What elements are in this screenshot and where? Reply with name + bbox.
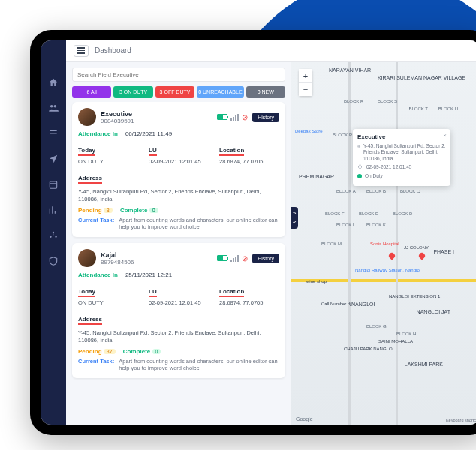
filter-unreachable[interactable]: 0 UNREACHABLE — [197, 86, 243, 98]
main-content: Dashboard 6 All 3 ON DUTY 3 OFF DUTY 0 U… — [66, 40, 476, 424]
pending-count: 37 — [104, 349, 116, 354]
search-row — [66, 62, 291, 86]
complete-count: 0 — [149, 208, 158, 213]
popup-address: Y-45, Nangloi Sultanpuri Rd, Sector 2, F… — [363, 143, 446, 162]
content-area: 6 All 3 ON DUTY 3 OFF DUTY 0 UNREACHABLE… — [66, 62, 476, 424]
battery-icon — [217, 255, 227, 261]
screen: Dashboard 6 All 3 ON DUTY 3 OFF DUTY 0 U… — [41, 40, 476, 424]
sidebar-analytics[interactable] — [47, 204, 59, 216]
location-label: Location — [219, 288, 244, 297]
map-area-label: LAKSHMI PARK — [405, 362, 443, 367]
sidebar-users[interactable] — [47, 102, 59, 114]
collapse-icon[interactable]: « — [293, 219, 296, 226]
map-block-label: BLOCK G — [366, 324, 387, 328]
map-area-label: PHASE I — [433, 249, 454, 254]
pending-count: 8 — [104, 208, 113, 213]
map-block-label: BLOCK H — [396, 332, 416, 336]
map-area-label: SAINI MOHALLA — [378, 339, 413, 344]
location-value: 28.6874, 77.0705 — [219, 158, 279, 165]
sidebar-nav — [41, 40, 66, 424]
executive-name: Executive — [101, 110, 212, 118]
signal-icon — [230, 114, 239, 121]
map-block-label: BLOCK T — [408, 106, 428, 111]
zoom-controls: + − — [299, 69, 312, 96]
svg-point-0 — [50, 105, 53, 108]
map-marker[interactable] — [419, 253, 426, 260]
map-block-label: BLOCK K — [366, 223, 386, 227]
filter-off-duty[interactable]: 3 OFF DUTY — [155, 86, 194, 98]
location-label: Location — [219, 147, 244, 156]
menu-toggle[interactable] — [74, 45, 89, 57]
signal-icon — [230, 255, 239, 262]
map-marker[interactable] — [389, 253, 396, 260]
map-panel[interactable]: NARAYAN VIHAR KIRARI SULEMAN NAGAR VILLA… — [291, 62, 476, 424]
executive-panel: 6 All 3 ON DUTY 3 OFF DUTY 0 UNREACHABLE… — [66, 62, 291, 424]
panel-collapse-handle: » « — [291, 207, 298, 229]
pending-label: Pending — [78, 207, 102, 214]
executive-phone: 9084039591 — [101, 118, 212, 124]
map-area-label: NANGLOI EXTENSION 1 — [389, 294, 440, 298]
history-button[interactable]: History — [252, 254, 279, 263]
sidebar-location[interactable] — [47, 153, 59, 165]
status-icons: ⊘ — [217, 254, 248, 262]
sidebar-calendar[interactable] — [47, 178, 59, 190]
battery-icon — [217, 114, 227, 120]
complete-label: Complete — [123, 348, 150, 355]
map-area-label: CHAJU PARK NANGLOI — [344, 346, 393, 351]
executive-list[interactable]: Executive 9084039591 ⊘ History Attendanc… — [66, 102, 291, 424]
attendance-label: Attendance In — [78, 272, 118, 278]
map-block-label: BLOCK L — [336, 223, 355, 227]
history-button[interactable]: History — [252, 112, 279, 122]
tablet-frame: Dashboard 6 All 3 ON DUTY 3 OFF DUTY 0 U… — [30, 30, 476, 435]
map-area-label: PREM NAGAR — [299, 174, 334, 179]
clock-icon: ⏲ — [357, 164, 363, 170]
filter-all[interactable]: 6 All — [72, 86, 111, 98]
complete-label: Complete — [120, 207, 147, 214]
sidebar-home[interactable] — [47, 76, 59, 88]
executive-card[interactable]: Executive 9084039591 ⊘ History Attendanc… — [72, 102, 285, 237]
wifi-off-icon: ⊘ — [242, 113, 248, 122]
wifi-off-icon: ⊘ — [242, 254, 248, 262]
map-area-label: Sonia Hospital — [370, 242, 399, 246]
map-block-label: BLOCK F — [325, 212, 345, 216]
close-icon[interactable]: × — [443, 132, 447, 139]
avatar — [78, 108, 96, 126]
attendance-time: 06/12/2021 11:49 — [125, 130, 172, 137]
map-block-label: BLOCK R — [344, 99, 363, 104]
complete-count: 0 — [152, 349, 161, 354]
map-footer-text: Keyboard shortc — [446, 418, 476, 422]
search-input[interactable] — [72, 68, 285, 82]
map-block-label: BLOCK C — [400, 189, 420, 194]
map-block-label: BLOCK A — [336, 189, 356, 194]
map-area-label: Deepak Store — [295, 129, 323, 134]
map-area-label: NANGLOI — [351, 302, 375, 307]
pending-label: Pending — [78, 348, 102, 355]
location-value: 28.6874, 77.0705 — [219, 299, 279, 306]
map-area-label: Nangloi Railway Station, Nangloi — [355, 268, 420, 272]
sidebar-security[interactable] — [47, 255, 59, 267]
zoom-out-button[interactable]: − — [299, 82, 312, 96]
executive-card[interactable]: Kajal 8979484506 ⊘ History Attendance In… — [72, 243, 285, 378]
today-label: Today — [78, 147, 95, 156]
popup-title: Executive — [357, 134, 446, 140]
today-value: ON DUTY — [78, 299, 138, 306]
svg-point-10 — [53, 232, 54, 233]
sidebar-list[interactable] — [47, 128, 59, 140]
lu-value: 02-09-2021 12:01:45 — [149, 299, 209, 306]
zoom-in-button[interactable]: + — [299, 69, 312, 82]
map-block-label: BLOCK U — [438, 106, 458, 111]
lu-label: LU — [149, 288, 157, 297]
sidebar-network[interactable] — [47, 230, 59, 242]
task-text: Apart from counting words and characters… — [119, 358, 279, 373]
today-value: ON DUTY — [78, 158, 138, 165]
address-value: Y-45, Nangloi Sultanpuri Rd, Sector 2, F… — [78, 188, 279, 203]
filter-new[interactable]: 0 NEW — [246, 86, 285, 98]
map-block-label: BLOCK S — [378, 99, 397, 104]
filter-on-duty[interactable]: 3 ON DUTY — [113, 86, 152, 98]
address-label: Address — [78, 175, 102, 184]
expand-icon[interactable]: » — [293, 210, 296, 217]
page-title: Dashboard — [95, 46, 131, 55]
avatar — [78, 249, 96, 267]
executive-phone: 8979484506 — [101, 259, 212, 266]
topbar: Dashboard — [66, 40, 476, 62]
